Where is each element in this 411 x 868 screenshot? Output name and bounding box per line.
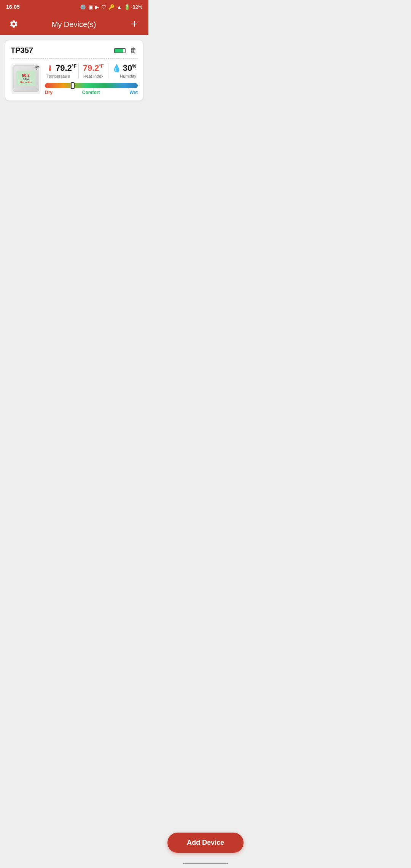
battery-status-icon: 🔋 xyxy=(124,4,130,10)
trash-icon: 🗑 xyxy=(130,46,137,54)
screen-record-icon: ▣ xyxy=(88,4,93,10)
humidity-value: 30% xyxy=(123,63,136,73)
wifi-icon xyxy=(33,65,40,72)
comfort-section: Dry Comfort Wet xyxy=(45,83,138,95)
heat-index-label: Heat Index xyxy=(83,74,104,78)
heat-index-reading: 79.2°F Heat Index xyxy=(78,63,109,78)
key-icon: 🔑 xyxy=(108,4,115,10)
wifi-status-icon: ▲ xyxy=(117,4,122,10)
add-device-header-button[interactable] xyxy=(126,16,142,33)
device-header-icons: 🗑 xyxy=(114,46,138,55)
youtube-icon: ▶ xyxy=(95,4,99,10)
device-readings: 80.2 56% ThermoPro 🌡 xyxy=(11,63,138,95)
device-card-header: TP357 🗑 xyxy=(11,46,138,55)
comfort-indicator xyxy=(71,82,75,89)
app-header: My Device(s) xyxy=(0,14,148,35)
device-card: TP357 🗑 80.2 56% xyxy=(5,40,143,101)
heat-index-value: 79.2°F xyxy=(83,63,104,73)
comfort-bar xyxy=(45,83,138,88)
humidity-label: Humidity xyxy=(120,74,136,78)
plus-icon xyxy=(129,19,139,30)
delete-device-button[interactable]: 🗑 xyxy=(129,46,138,55)
shield-icon: 🛡 xyxy=(101,4,106,10)
readings-row: 🌡 79.2°F Temperature 79.2°F xyxy=(45,63,138,78)
humidity-icon: 💧 xyxy=(112,64,121,73)
battery-level-icon xyxy=(114,48,126,53)
thermometer-icon: 🌡 xyxy=(46,64,54,73)
page-title: My Device(s) xyxy=(21,20,126,29)
wet-label: Wet xyxy=(129,90,138,95)
settings-status-icon: ⚙️ xyxy=(80,4,86,10)
status-time: 16:05 xyxy=(6,4,20,10)
readings-data: 🌡 79.2°F Temperature 79.2°F xyxy=(45,63,138,95)
status-bar: 16:05 ⚙️ ▣ ▶ 🛡 🔑 ▲ 🔋 82% xyxy=(0,0,148,14)
temperature-value: 79.2°F xyxy=(56,63,76,73)
comfort-label: Comfort xyxy=(82,90,100,95)
humidity-reading: 💧 30% Humidity xyxy=(108,63,138,78)
comfort-labels: Dry Comfort Wet xyxy=(45,90,138,95)
battery-pct: 82% xyxy=(132,4,142,10)
gear-icon xyxy=(9,19,18,30)
temperature-label: Temperature xyxy=(46,74,70,78)
status-icons: ⚙️ ▣ ▶ 🛡 🔑 ▲ 🔋 82% xyxy=(80,4,142,10)
temperature-reading: 🌡 79.2°F Temperature xyxy=(45,63,78,78)
dry-label: Dry xyxy=(45,90,53,95)
card-divider xyxy=(11,58,138,59)
device-name: TP357 xyxy=(11,46,33,55)
main-content: TP357 🗑 80.2 56% xyxy=(0,35,148,139)
settings-button[interactable] xyxy=(6,16,21,33)
device-image: 80.2 56% ThermoPro xyxy=(11,63,41,94)
